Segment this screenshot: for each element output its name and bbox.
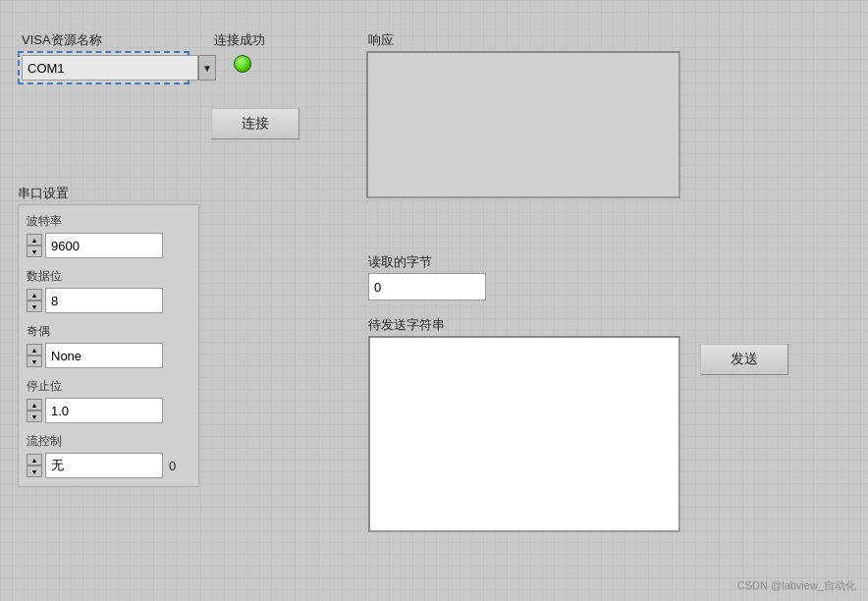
response-label: 响应 <box>368 31 394 49</box>
flow-control-label: 流控制 <box>27 433 190 450</box>
parity-label: 奇偶 <box>27 323 190 340</box>
response-area-container <box>366 51 680 198</box>
watermark-text: CSDN @labview_自动化 <box>737 578 856 593</box>
stop-bits-down[interactable]: ▼ <box>27 410 42 422</box>
data-bits-group: ▲ ▼ <box>27 288 190 313</box>
baud-rate-group: ▲ ▼ <box>27 233 190 258</box>
serial-settings-panel: 波特率 ▲ ▼ 数据位 ▲ ▼ 奇偶 ▲ ▼ 停止位 ▲ ▼ 流控制 <box>18 204 199 487</box>
send-string-label: 待发送字符串 <box>368 316 445 334</box>
send-button-container: 发送 <box>700 344 788 375</box>
parity-arrows: ▲ ▼ <box>27 344 42 367</box>
baud-rate-label: 波特率 <box>27 213 190 230</box>
send-string-area-container <box>368 336 680 532</box>
visa-input[interactable] <box>22 55 198 81</box>
visa-dropdown-arrow[interactable]: ▼ <box>198 55 216 81</box>
parity-up[interactable]: ▲ <box>27 344 42 355</box>
connection-led <box>224 49 251 76</box>
baud-rate-down[interactable]: ▼ <box>27 246 42 257</box>
data-bits-up[interactable]: ▲ <box>27 289 42 300</box>
flow-control-input[interactable] <box>45 453 163 478</box>
read-bytes-label: 读取的字节 <box>368 253 432 271</box>
flow-control-arrows: ▲ ▼ <box>27 454 42 477</box>
stop-bits-group: ▲ ▼ <box>27 398 190 423</box>
connect-button-container: 连接 <box>211 108 299 139</box>
data-bits-label: 数据位 <box>27 268 190 285</box>
visa-combo-box[interactable]: ▼ <box>18 51 190 84</box>
parity-down[interactable]: ▼ <box>27 355 42 367</box>
data-bits-input[interactable] <box>45 288 163 313</box>
stop-bits-label: 停止位 <box>27 378 190 395</box>
connect-button[interactable]: 连接 <box>211 108 299 139</box>
read-bytes-input[interactable] <box>368 273 486 300</box>
flow-control-group: ▲ ▼ 0 <box>27 453 190 478</box>
visa-resource-label: VISA资源名称 <box>22 31 102 49</box>
flow-control-extra: 0 <box>169 459 176 473</box>
data-bits-down[interactable]: ▼ <box>27 300 42 312</box>
serial-settings-label: 串口设置 <box>18 185 69 202</box>
baud-rate-up[interactable]: ▲ <box>27 234 42 246</box>
data-bits-arrows: ▲ ▼ <box>27 289 42 312</box>
baud-rate-input[interactable] <box>45 233 163 258</box>
send-button[interactable]: 发送 <box>700 344 788 375</box>
flow-control-down[interactable]: ▼ <box>27 465 42 477</box>
stop-bits-arrows: ▲ ▼ <box>27 399 42 422</box>
read-bytes-container <box>368 273 486 300</box>
baud-rate-arrows: ▲ ▼ <box>27 234 42 257</box>
parity-group: ▲ ▼ <box>27 343 190 368</box>
send-string-textarea[interactable] <box>368 336 680 532</box>
flow-control-up[interactable]: ▲ <box>27 454 42 465</box>
parity-input[interactable] <box>45 343 163 368</box>
stop-bits-up[interactable]: ▲ <box>27 399 42 410</box>
response-textarea[interactable] <box>366 51 680 198</box>
stop-bits-input[interactable] <box>45 398 163 423</box>
connection-status-label: 连接成功 <box>214 31 265 49</box>
